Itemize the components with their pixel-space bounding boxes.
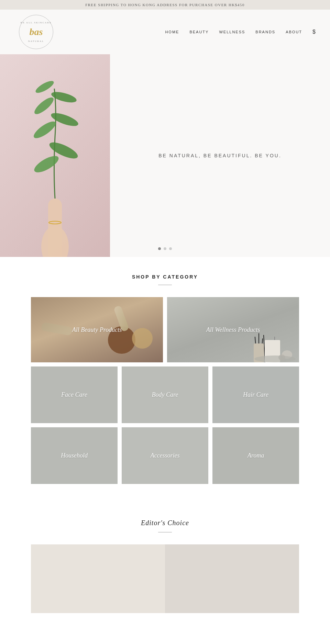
shop-by-category-section: SHOP BY CATEGORY All Beauty Products xyxy=(0,257,330,505)
shop-by-category-title: SHOP BY CATEGORY xyxy=(31,274,299,280)
category-all-beauty[interactable]: All Beauty Products xyxy=(31,297,163,362)
category-label-body: Body Care xyxy=(122,366,208,423)
nav-about[interactable]: ABOUT xyxy=(286,30,302,34)
slider-dot-3[interactable] xyxy=(169,247,172,250)
category-label-beauty: All Beauty Products xyxy=(31,297,163,362)
category-label-aroma: Aroma xyxy=(212,427,299,484)
svg-point-9 xyxy=(34,79,55,95)
hero-image-bg xyxy=(0,54,110,257)
nav-wellness[interactable]: WELLNESS xyxy=(219,30,245,34)
editors-choice-title: Editor's Choice xyxy=(31,519,299,527)
category-label-wellness: All Wellness Products xyxy=(167,297,299,362)
header: BE ALL SKINCARE bas NATURAL HOME BEAUTY … xyxy=(0,10,330,54)
category-label-hair: Hair Care xyxy=(212,366,299,423)
svg-point-3 xyxy=(32,153,61,176)
hero-section: BE NATURAL, BE BEAUTIFUL. BE YOU. xyxy=(0,54,330,257)
category-aroma[interactable]: Aroma xyxy=(212,427,299,484)
plant-illustration xyxy=(14,68,96,257)
category-label-household: Household xyxy=(31,427,118,484)
category-face-care[interactable]: Face Care xyxy=(31,366,118,423)
editors-grid xyxy=(31,544,299,613)
svg-rect-1 xyxy=(48,199,62,257)
category-label-face: Face Care xyxy=(31,366,118,423)
hero-image xyxy=(0,54,110,257)
category-accessories[interactable]: Accessories xyxy=(122,427,208,484)
category-body-care[interactable]: Body Care xyxy=(122,366,208,423)
logo-top-text: BE ALL SKINCARE xyxy=(21,21,52,24)
slider-dots xyxy=(158,247,172,250)
editors-choice-divider xyxy=(158,532,172,532)
editors-card-2[interactable] xyxy=(165,544,299,613)
category-all-wellness[interactable]: All Wellness Products xyxy=(167,297,299,362)
category-household[interactable]: Household xyxy=(31,427,118,484)
nav-cart[interactable]: $ xyxy=(312,29,316,35)
logo-circle: BE ALL SKINCARE bas NATURAL xyxy=(19,15,53,49)
category-label-accessories: Accessories xyxy=(122,427,208,484)
editors-choice-section: Editor's Choice xyxy=(0,505,330,613)
hero-tagline: BE NATURAL, BE BEAUTIFUL. BE YOU. xyxy=(158,153,282,158)
nav-beauty[interactable]: BEAUTY xyxy=(189,30,209,34)
main-nav: HOME BEAUTY WELLNESS BRANDS ABOUT $ xyxy=(165,29,316,35)
category-hair-care[interactable]: Hair Care xyxy=(212,366,299,423)
editors-card-1[interactable] xyxy=(31,544,165,613)
slider-dot-1[interactable] xyxy=(158,247,161,250)
logo[interactable]: BE ALL SKINCARE bas NATURAL xyxy=(14,15,58,49)
category-grid-row2: Household Accessories Aroma xyxy=(31,427,299,484)
nav-brands[interactable]: BRANDS xyxy=(255,30,275,34)
category-grid-top: All Beauty Products xyxy=(31,297,299,362)
svg-point-7 xyxy=(32,95,56,116)
nav-home[interactable]: HOME xyxy=(165,30,179,34)
category-grid-row1: Face Care Body Care Hair Care xyxy=(31,366,299,423)
slider-dot-2[interactable] xyxy=(164,247,166,250)
logo-main-text: bas xyxy=(30,27,43,37)
logo-bottom-text: NATURAL xyxy=(28,40,44,43)
svg-point-5 xyxy=(31,119,58,141)
hero-content: BE NATURAL, BE BEAUTIFUL. BE YOU. xyxy=(110,54,330,257)
announcement-bar: FREE SHIPPING TO HONG KONG ADDRESS FOR P… xyxy=(0,0,330,10)
announcement-text: FREE SHIPPING TO HONG KONG ADDRESS FOR P… xyxy=(85,3,245,7)
section-divider xyxy=(158,285,172,285)
